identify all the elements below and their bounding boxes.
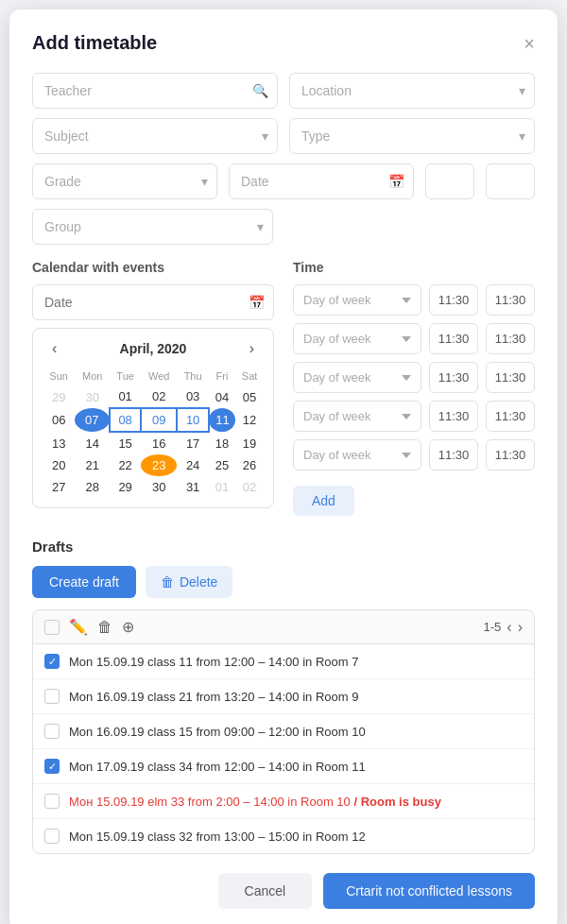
calendar-day[interactable]: 01 <box>110 385 141 408</box>
calendar-day[interactable]: 29 <box>43 385 75 408</box>
calendar-day[interactable]: 23 <box>141 454 177 476</box>
draft-checkbox-1[interactable] <box>44 689 60 704</box>
pagination-prev-button[interactable]: ‹ <box>507 619 511 636</box>
form-row-1: 🔍 Location ▾ <box>32 73 535 109</box>
pagination-next-button[interactable]: › <box>518 619 523 636</box>
calendar-day[interactable]: 02 <box>235 476 264 498</box>
calendar-day[interactable]: 30 <box>75 385 110 408</box>
add-timetable-modal: Add timetable × 🔍 Location ▾ Subject ▾ T… <box>9 9 558 924</box>
edit-icon-button[interactable]: ✏️ <box>69 618 88 636</box>
calendar-day[interactable]: 19 <box>235 432 264 454</box>
drafts-section: Drafts Create draft 🗑 Delete ✏️ 🗑 ⊕ 1-5 … <box>32 539 535 854</box>
time-end-4[interactable] <box>486 439 535 471</box>
time-start-3[interactable] <box>429 401 478 432</box>
modal-title: Add timetable <box>32 32 157 54</box>
calendar-week-row: 29300102030405 <box>43 385 264 408</box>
calendar-day[interactable]: 01 <box>209 476 235 498</box>
time-start-1[interactable] <box>429 323 478 354</box>
confirm-button[interactable]: Crtarit not conflicted lessons <box>323 873 535 909</box>
draft-checkbox-5[interactable] <box>44 829 60 844</box>
type-select[interactable]: Type <box>289 118 535 154</box>
time-start-2[interactable] <box>429 362 478 393</box>
calendar-time-section: Calendar with events 📅 ‹ April, 2020 › S… <box>32 260 535 516</box>
calendar-day[interactable]: 12 <box>235 408 264 432</box>
time-end-3[interactable] <box>486 401 535 432</box>
calendar-day[interactable]: 22 <box>110 454 141 476</box>
conflict-label: / Room is busy <box>351 795 441 809</box>
calendar-day[interactable]: 21 <box>75 454 110 476</box>
dow-select-1[interactable]: Day of week <box>293 323 421 354</box>
calendar-header: ‹ April, 2020 › <box>43 338 264 359</box>
calendar-day[interactable]: 02 <box>141 385 177 408</box>
draft-checkbox-3[interactable] <box>44 759 60 774</box>
calendar-day[interactable]: 10 <box>177 408 208 432</box>
calendar-body: 2930010203040506070809101112131415161718… <box>43 385 264 498</box>
trash-icon: 🗑 <box>161 574 174 590</box>
calendar-day[interactable]: 05 <box>235 385 264 408</box>
calendar-next-button[interactable]: › <box>244 338 260 359</box>
trash-icon-button[interactable]: 🗑 <box>97 619 112 636</box>
calendar-day[interactable]: 28 <box>75 476 110 498</box>
draft-list-header: ✏️ 🗑 ⊕ 1-5 ‹ › <box>33 610 534 644</box>
calendar-day[interactable]: 17 <box>177 432 208 454</box>
calendar-day[interactable]: 03 <box>177 385 208 408</box>
calendar-day[interactable]: 30 <box>141 476 177 498</box>
time-end-0[interactable] <box>486 284 535 316</box>
calendar-day[interactable]: 29 <box>110 476 141 498</box>
calendar-day[interactable]: 11 <box>209 408 235 432</box>
calendar-date-field: 📅 <box>32 284 274 320</box>
add-time-row-button[interactable]: Add <box>293 486 354 516</box>
calendar-day[interactable]: 18 <box>209 432 235 454</box>
calendar-day[interactable]: 04 <box>209 385 235 408</box>
date-field-top: 📅 <box>229 163 414 199</box>
select-all-checkbox[interactable] <box>44 620 60 635</box>
dow-select-3[interactable]: Day of week <box>293 401 421 432</box>
close-button[interactable]: × <box>524 34 535 53</box>
cancel-button[interactable]: Cancel <box>218 873 313 909</box>
time-row: Day of week <box>293 439 535 471</box>
add-icon-button[interactable]: ⊕ <box>122 618 134 636</box>
time-end-2[interactable] <box>486 362 535 393</box>
time-row: Day of week <box>293 401 535 432</box>
calendar-day[interactable]: 08 <box>110 408 141 432</box>
calendar-day[interactable]: 24 <box>177 454 208 476</box>
date-input-top[interactable] <box>229 163 414 199</box>
calendar-prev-button[interactable]: ‹ <box>46 338 62 359</box>
calendar-day[interactable]: 31 <box>177 476 208 498</box>
group-select[interactable]: Group <box>32 209 273 245</box>
calendar-day[interactable]: 26 <box>235 454 264 476</box>
calendar-day[interactable]: 27 <box>43 476 75 498</box>
draft-checkbox-4[interactable] <box>44 794 60 809</box>
time-start-0[interactable] <box>429 284 478 316</box>
dow-select-4[interactable]: Day of week <box>293 439 421 471</box>
calendar-day[interactable]: 06 <box>43 408 75 432</box>
calendar-day[interactable]: 20 <box>43 454 75 476</box>
dow-select-2[interactable]: Day of week <box>293 362 421 393</box>
calendar-grid: SunMonTueWedThuFriSat 293001020304050607… <box>43 367 264 498</box>
time-end-top[interactable]: 11:30 <box>486 163 535 199</box>
calendar-day[interactable]: 14 <box>75 432 110 454</box>
delete-button[interactable]: 🗑 Delete <box>146 566 232 598</box>
calendar-day[interactable]: 09 <box>141 408 177 432</box>
time-start-top[interactable]: 11:30 <box>425 163 474 199</box>
subject-select[interactable]: Subject <box>32 118 278 154</box>
modal-footer: Cancel Crtarit not conflicted lessons <box>32 873 535 909</box>
draft-checkbox-2[interactable] <box>44 724 60 739</box>
calendar-day[interactable]: 25 <box>209 454 235 476</box>
calendar-day[interactable]: 16 <box>141 432 177 454</box>
calendar-date-input[interactable] <box>32 284 274 320</box>
time-start-4[interactable] <box>429 439 478 471</box>
grade-select[interactable]: Grade <box>32 163 217 199</box>
draft-checkbox-0[interactable] <box>44 654 60 669</box>
calendar-day[interactable]: 07 <box>75 408 110 432</box>
teacher-input[interactable] <box>32 73 278 109</box>
dow-select-0[interactable]: Day of week <box>293 284 421 316</box>
draft-text: Mon 16.09.19 class 21 from 13:20 – 14:00… <box>69 690 358 704</box>
location-select[interactable]: Location <box>289 73 535 109</box>
calendar-day[interactable]: 15 <box>110 432 141 454</box>
time-end-1[interactable] <box>486 323 535 354</box>
grade-field: Grade ▾ <box>32 163 217 199</box>
calendar-day[interactable]: 13 <box>43 432 75 454</box>
draft-item: Mon 15.09.19 class 32 from 13:00 – 15:00… <box>33 819 534 853</box>
create-draft-button[interactable]: Create draft <box>32 566 136 598</box>
